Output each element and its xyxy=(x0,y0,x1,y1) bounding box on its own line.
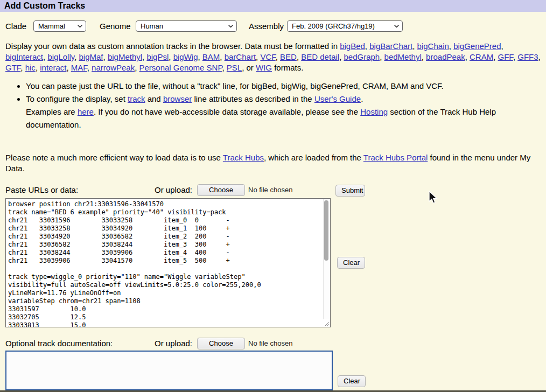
format-link[interactable]: GFF xyxy=(498,52,513,61)
format-link[interactable]: bigMaf xyxy=(79,52,103,61)
or-upload-label: Or upload: xyxy=(155,338,192,349)
text-link[interactable]: User's Guide xyxy=(314,94,361,103)
no-file-chosen-text: No file chosen xyxy=(248,338,292,349)
usage-notes-list: You can paste just the URL to the file, … xyxy=(5,80,528,131)
assembly-label: Assembly xyxy=(249,20,284,32)
format-link[interactable]: MAF xyxy=(71,63,87,72)
genome-select[interactable]: Human xyxy=(136,20,237,32)
intro-lead-text: Display your own data as custom annotati… xyxy=(5,41,340,51)
text-link[interactable]: track xyxy=(128,94,145,103)
choose-file-button[interactable]: Choose File xyxy=(197,338,245,349)
mouse-cursor xyxy=(428,191,438,207)
format-link[interactable]: interact xyxy=(40,63,66,72)
format-link[interactable]: narrowPeak xyxy=(92,63,135,72)
scrollbar-track[interactable] xyxy=(323,199,330,326)
chevron-down-icon xyxy=(78,25,82,28)
format-link[interactable]: BED xyxy=(280,52,297,61)
list-item: You can paste just the URL to the file, … xyxy=(26,80,528,93)
optional-doc-label: Optional track documentation: xyxy=(5,338,113,349)
track-hubs-note: Please note a much more efficient way to… xyxy=(5,152,540,174)
choose-file-button[interactable]: Choose File xyxy=(197,184,245,196)
format-link[interactable]: bedMethyl xyxy=(384,52,422,61)
clear-button[interactable]: Clear xyxy=(337,257,365,269)
assembly-select-value: Feb. 2009 (GRCh37/hg19) xyxy=(292,22,375,30)
clear-button[interactable]: Clear xyxy=(338,375,366,387)
format-link[interactable]: bigChain xyxy=(417,41,449,51)
no-file-chosen-text: No file chosen xyxy=(248,184,292,196)
or-upload-label: Or upload: xyxy=(155,184,192,196)
format-link[interactable]: BAM xyxy=(202,52,220,61)
format-link[interactable]: hic xyxy=(25,63,36,72)
assembly-select[interactable]: Feb. 2009 (GRCh37/hg19) xyxy=(287,20,403,32)
format-link[interactable]: bigMethyl xyxy=(108,52,142,61)
format-link[interactable]: broadPeak xyxy=(426,52,465,61)
text-link[interactable]: here xyxy=(78,107,94,116)
format-link[interactable]: BED detail xyxy=(301,52,339,61)
text-link[interactable]: Track Hubs xyxy=(223,153,264,162)
genome-select-value: Human xyxy=(141,22,163,30)
doc-textarea[interactable] xyxy=(5,351,333,390)
format-link[interactable]: bigWig xyxy=(173,52,198,61)
format-link[interactable]: Personal Genome SNP xyxy=(139,63,222,72)
page-title: Add Custom Tracks xyxy=(4,0,85,12)
format-link[interactable]: bedGraph xyxy=(344,52,380,61)
paste-data-textarea[interactable]: browser position chr21:33031596-33041570… xyxy=(5,198,331,327)
clade-label: Clade xyxy=(5,20,26,32)
format-link[interactable]: PSL xyxy=(227,63,242,72)
format-link[interactable]: barChart xyxy=(225,52,256,61)
text-link[interactable]: Track Hubs Portal xyxy=(363,153,428,162)
paste-urls-label: Paste URLs or data: xyxy=(5,184,78,196)
resize-grip-icon[interactable] xyxy=(323,319,330,326)
chevron-down-icon xyxy=(394,25,399,28)
format-link[interactable]: GFF3 xyxy=(517,52,538,61)
chevron-down-icon xyxy=(228,25,233,28)
format-link[interactable]: bigGenePred xyxy=(453,41,501,51)
clade-select-value: Mammal xyxy=(38,22,65,30)
format-link[interactable]: WIG xyxy=(256,63,272,72)
format-link[interactable]: VCF xyxy=(260,52,275,61)
page-header-bar: Add Custom Tracks xyxy=(0,0,546,12)
format-link[interactable]: CRAM xyxy=(470,52,493,61)
intro-paragraph: Display your own data as custom annotati… xyxy=(5,41,542,73)
format-link[interactable]: bigBarChart xyxy=(369,41,412,51)
genome-label: Genome xyxy=(100,20,131,32)
clade-select[interactable]: Mammal xyxy=(33,20,86,32)
text-link[interactable]: Hosting xyxy=(360,107,388,116)
format-link[interactable]: bigPsl xyxy=(146,52,169,61)
format-link[interactable]: GTF xyxy=(5,63,20,72)
add-custom-tracks-page: Add Custom Tracks Clade Mammal Genome Hu… xyxy=(0,0,546,392)
submit-button[interactable]: Submit xyxy=(335,185,365,197)
format-link[interactable]: bigInteract xyxy=(5,52,43,61)
format-link[interactable]: bigLolly xyxy=(47,52,74,61)
list-item: To configure the display, set track and … xyxy=(26,93,528,131)
format-link[interactable]: bigBed xyxy=(340,41,365,51)
text-link[interactable]: browser xyxy=(163,94,192,103)
paste-data-text: browser position chr21:33031596-33041570… xyxy=(6,199,323,327)
scrollbar-thumb[interactable] xyxy=(324,200,328,261)
intro-tail-text: formats. xyxy=(272,63,303,72)
